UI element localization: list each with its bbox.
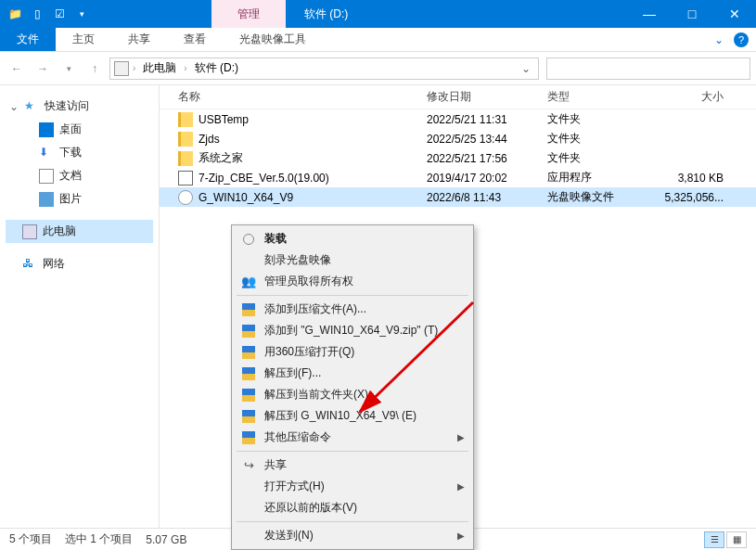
close-button[interactable]: ✕: [713, 0, 756, 28]
titlebar: 📁 ▯ ☑ ▾ 管理 软件 (D:) ― □ ✕: [0, 0, 756, 28]
tab-home[interactable]: 主页: [56, 28, 111, 51]
chevron-down-icon[interactable]: ⌄: [710, 33, 728, 46]
sidebar-label: 桌面: [59, 122, 82, 137]
share-icon: ↪: [240, 458, 257, 473]
archive-icon: [242, 303, 255, 316]
file-type: 文件夹: [547, 150, 631, 166]
file-type: 应用程序: [547, 170, 631, 185]
sidebar-label: 网络: [43, 256, 65, 272]
window-controls: ― □ ✕: [628, 0, 756, 28]
context-menu: 装载 刻录光盘映像 👥管理员取得所有权 添加到压缩文件(A)... 添加到 "G…: [231, 224, 474, 550]
file-row[interactable]: Zjds2022/5/25 13:44文件夹: [160, 129, 756, 148]
sidebar-pictures[interactable]: 图片: [6, 187, 153, 211]
sidebar-network[interactable]: 🖧网络: [6, 252, 153, 275]
sidebar-quick-access[interactable]: ⌄★快速访问: [6, 95, 153, 118]
iso-icon: [178, 190, 193, 205]
qat-item[interactable]: ☑: [50, 5, 69, 23]
breadcrumb-drive[interactable]: 软件 (D:): [191, 60, 242, 76]
disc-icon: [243, 234, 254, 245]
details-view-button[interactable]: ☰: [704, 531, 724, 548]
col-type[interactable]: 类型: [547, 89, 631, 105]
archive-icon: [242, 346, 255, 359]
file-row[interactable]: 系统之家2022/5/21 17:56文件夹: [160, 148, 756, 168]
explorer-icon: 📁: [6, 5, 24, 23]
nav-tree: ⌄★快速访问 桌面 ⬇下载 文档 图片 此电脑 🖧网络: [0, 85, 160, 528]
cm-open-360[interactable]: 用360压缩打开(Q): [235, 341, 470, 363]
minimize-button[interactable]: ―: [628, 0, 671, 28]
qat-dropdown[interactable]: ▾: [72, 5, 91, 23]
folder-icon: [178, 132, 193, 147]
file-row[interactable]: 7-Zip_CBE_Ver.5.0(19.00)2019/4/17 20:02应…: [160, 168, 756, 187]
file-tab[interactable]: 文件: [0, 28, 56, 51]
qat-item[interactable]: ▯: [28, 5, 46, 23]
sidebar-label: 文档: [59, 168, 82, 184]
file-row[interactable]: G_WIN10_X64_V92022/6/8 11:43光盘映像文件5,325,…: [160, 187, 756, 207]
breadcrumb-pc[interactable]: 此电脑: [139, 60, 180, 76]
breadcrumb[interactable]: › 此电脑 › 软件 (D:) ⌄: [109, 58, 539, 80]
cm-open-with[interactable]: 打开方式(H)▶: [235, 476, 470, 497]
address-bar-row: ← → ▾ ↑ › 此电脑 › 软件 (D:) ⌄: [0, 52, 756, 85]
sidebar-label: 此电脑: [43, 224, 76, 239]
search-input[interactable]: [546, 58, 750, 80]
cm-admin[interactable]: 👥管理员取得所有权: [235, 271, 470, 292]
recent-dropdown[interactable]: ▾: [58, 58, 80, 80]
file-name: 7-Zip_CBE_Ver.5.0(19.00): [199, 172, 329, 185]
col-size[interactable]: 大小: [631, 89, 733, 105]
cm-send-to[interactable]: 发送到(N)▶: [235, 525, 470, 546]
tab-view[interactable]: 查看: [167, 28, 223, 51]
archive-icon: [242, 367, 255, 380]
sidebar-label: 下载: [59, 145, 82, 160]
file-date: 2022/5/21 11:31: [427, 113, 547, 126]
sidebar-downloads[interactable]: ⬇下载: [6, 141, 153, 164]
tab-disc-tools[interactable]: 光盘映像工具: [223, 28, 323, 51]
maximize-button[interactable]: □: [671, 0, 713, 28]
status-size: 5.07 GB: [146, 533, 186, 546]
cm-mount[interactable]: 装载: [235, 228, 470, 249]
separator: [237, 451, 468, 452]
ribbon-tabs: 文件 主页 共享 查看 光盘映像工具 ⌄ ?: [0, 28, 756, 52]
separator: [237, 521, 468, 522]
ribbon-help: ⌄ ?: [710, 28, 756, 51]
cm-burn[interactable]: 刻录光盘映像: [235, 249, 470, 271]
chevron-right-icon: ▶: [457, 432, 465, 442]
contextual-tab-manage[interactable]: 管理: [211, 0, 286, 28]
file-size: 5,325,056...: [631, 191, 733, 204]
sidebar-desktop[interactable]: 桌面: [6, 118, 153, 141]
chevron-right-icon: ▶: [457, 481, 465, 492]
back-button[interactable]: ←: [6, 58, 28, 80]
tab-share[interactable]: 共享: [111, 28, 167, 51]
file-size: 3,810 KB: [631, 172, 733, 185]
column-headers: 名称 修改日期 类型 大小: [160, 85, 756, 109]
cm-share[interactable]: ↪共享: [235, 454, 470, 476]
col-date[interactable]: 修改日期: [427, 89, 547, 105]
thumbnails-view-button[interactable]: ▦: [726, 531, 747, 548]
file-name: USBTemp: [199, 113, 249, 126]
file-type: 光盘映像文件: [547, 189, 631, 205]
pc-icon: [114, 61, 129, 76]
chevron-right-icon[interactable]: ›: [133, 63, 135, 73]
sidebar-label: 图片: [59, 191, 82, 207]
window-title: 软件 (D:): [304, 6, 348, 22]
cm-extract-named[interactable]: 解压到 G_WIN10_X64_V9\ (E): [235, 405, 470, 427]
cm-add-named[interactable]: 添加到 "G_WIN10_X64_V9.zip" (T): [235, 320, 470, 341]
sidebar-this-pc[interactable]: 此电脑: [6, 220, 153, 243]
up-button[interactable]: ↑: [83, 58, 106, 80]
cm-extract-here[interactable]: 解压到当前文件夹(X): [235, 384, 470, 405]
folder-icon: [178, 112, 193, 127]
file-date: 2019/4/17 20:02: [427, 172, 547, 185]
chevron-right-icon[interactable]: ›: [184, 63, 186, 73]
file-rows: USBTemp2022/5/21 11:31文件夹Zjds2022/5/25 1…: [160, 109, 756, 207]
view-switcher: ☰ ▦: [704, 531, 747, 548]
help-icon[interactable]: ?: [734, 32, 749, 47]
forward-button[interactable]: →: [32, 58, 54, 80]
cm-other-zip[interactable]: 其他压缩命令▶: [235, 427, 470, 448]
archive-icon: [242, 410, 255, 423]
file-row[interactable]: USBTemp2022/5/21 11:31文件夹: [160, 109, 756, 129]
cm-restore[interactable]: 还原以前的版本(V): [235, 497, 470, 518]
breadcrumb-dropdown[interactable]: ⌄: [518, 62, 534, 75]
col-name[interactable]: 名称: [178, 89, 427, 105]
sidebar-documents[interactable]: 文档: [6, 164, 153, 187]
cm-extract-to[interactable]: 解压到(F)...: [235, 363, 470, 384]
users-icon: 👥: [240, 275, 257, 289]
cm-add-archive[interactable]: 添加到压缩文件(A)...: [235, 299, 470, 320]
